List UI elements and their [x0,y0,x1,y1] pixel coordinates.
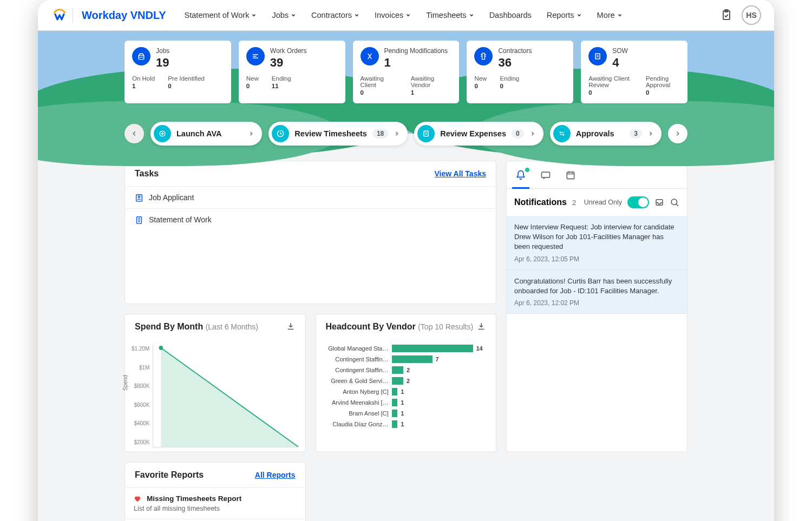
nav-item[interactable]: More [592,6,628,24]
messages-tab[interactable] [539,167,552,188]
action-pill[interactable]: Approvals 3 [550,122,662,146]
action-pill[interactable]: Review Timesheets 18 [269,122,408,146]
stat-card[interactable]: SOW4 Awaiting Client Review0Pending Appr… [581,41,687,103]
stat-sub-value: 0 [500,83,519,89]
chevron-right-icon [248,130,254,137]
y-tick: $600K [134,402,149,408]
user-avatar[interactable]: HS [742,5,761,25]
brand-title[interactable]: Workday VNDLY [82,9,166,22]
notifications-count: 2 [572,199,576,207]
hero-banner: Jobs19 On Hold1Pre Identified0 Work Orde… [38,31,774,134]
bar-value: 1 [401,421,404,427]
notification-item[interactable]: New Interview Request: Job interview for… [507,216,687,270]
nav-item[interactable]: Statement of Work [179,6,263,24]
y-tick: $1M [139,365,149,371]
bar-value: 2 [407,367,410,373]
svg-rect-8 [542,172,550,177]
pill-nav-next[interactable] [668,124,687,143]
clipboard-icon[interactable] [720,9,733,22]
spend-ylabel: Spend [122,375,128,391]
nav-item[interactable]: Timesheets [421,6,479,24]
stat-sub-value: 0 [588,89,633,96]
notification-text: Congratulations! Curtis Barr has been su… [514,276,679,296]
stat-icon [132,47,150,65]
notification-date: Apr 6, 2023, 12:05 PM [514,255,679,263]
bar-row: Bram Ansel [C] 1 [328,410,484,417]
stat-card[interactable]: Contractors36 New0Ending0 [467,41,573,103]
spend-plot [153,344,298,447]
view-all-tasks-link[interactable]: View All Tasks [435,169,486,178]
stat-value: 39 [270,56,307,70]
search-icon[interactable] [670,197,679,207]
bar-row: Contingent Staffin… 7 [328,355,484,363]
stat-value: 1 [384,56,448,70]
favorite-report-item[interactable]: Missing Timesheets Report List of all mi… [125,487,305,519]
stat-title: SOW [612,47,628,55]
stat-sub-value: 1 [132,83,155,89]
bar-fill [392,388,398,395]
notifications-tab[interactable] [514,167,527,188]
action-pill[interactable]: Launch AVA [150,122,262,146]
pill-label: Review Timesheets [294,129,367,138]
pill-icon [272,125,289,142]
bar-label: Bram Ansel [C] [328,410,389,417]
chevron-right-icon [647,130,654,137]
stat-sub-value: 0 [474,83,487,89]
favorite-report-item[interactable]: Cycle Time Report Report that shows mult… [125,519,305,521]
calendar-tab[interactable] [564,167,577,188]
stat-sub-label: Ending [272,75,291,82]
nav-item[interactable]: Dashboards [484,6,537,24]
notifications-panel: Notifications 2 Unread Only New Intervie… [506,161,687,452]
bar-value: 1 [401,410,404,417]
svg-rect-9 [567,172,574,179]
pill-label: Review Expenses [440,129,506,138]
stat-sub-value: 11 [272,83,291,89]
stat-title: Pending Modifications [384,47,448,55]
download-icon[interactable] [476,322,486,332]
svg-rect-11 [287,329,293,330]
bar-label: Anton Nyberg [C] [328,388,389,395]
bar-label: Contingent Staffin… [328,356,389,362]
unread-only-label: Unread Only [584,199,622,206]
headcount-chart-card: Headcount By Vendor (Top 10 Results) Glo… [316,314,497,452]
bar-fill [392,345,473,352]
heart-icon [134,495,141,503]
headcount-bars: Global Managed Sta… 14 Contingent Staffi… [323,344,490,429]
stat-title: Work Orders [270,47,307,55]
nav-item[interactable]: Jobs [266,6,302,24]
stat-sub-label: Awaiting Vendor [411,75,452,88]
action-pill[interactable]: Review Expenses 0 [414,122,543,146]
svg-point-10 [671,199,677,205]
pill-nav-prev[interactable] [125,124,144,143]
stat-sub-label: On Hold [132,75,155,82]
task-item[interactable]: Job Applicant [125,186,496,208]
download-icon[interactable] [286,322,296,332]
stat-sub-label: Pre Identified [168,75,205,82]
stat-sub-label: Awaiting Client [361,75,398,88]
svg-point-6 [138,196,140,198]
nav-item[interactable]: Reports [541,6,587,24]
unread-toggle[interactable] [627,196,649,208]
bar-row: Anton Nyberg [C] 1 [328,388,484,395]
workday-logo-icon [51,6,68,24]
stat-sub-value: 0 [246,83,259,89]
bar-fill [392,366,403,374]
notification-item[interactable]: Congratulations! Curtis Barr has been su… [507,270,687,314]
stat-card[interactable]: Jobs19 On Hold1Pre Identified0 [125,41,231,103]
stat-sub-label: Awaiting Client Review [588,75,633,88]
stat-card[interactable]: Work Orders39 New0Ending11 [239,41,345,103]
svg-rect-14 [479,329,484,330]
task-item[interactable]: Statement of Work [125,208,496,230]
nav-item[interactable]: Invoices [369,6,416,24]
all-reports-link[interactable]: All Reports [255,471,296,479]
nav-item[interactable]: Contractors [306,6,365,24]
bar-row: Claudia Díaz Gonz… 1 [328,420,484,428]
notifications-title: Notifications [514,197,567,207]
favorites-title: Favorite Reports [135,470,204,480]
y-tick: $400K [134,420,149,426]
stat-card[interactable]: Pending Modifications1 Awaiting Client0A… [353,41,460,103]
svg-point-13 [159,346,163,350]
favorite-reports-panel: Favorite Reports All Reports Missing Tim… [125,462,306,521]
inbox-icon[interactable] [654,197,664,207]
pill-badge: 18 [372,129,388,139]
